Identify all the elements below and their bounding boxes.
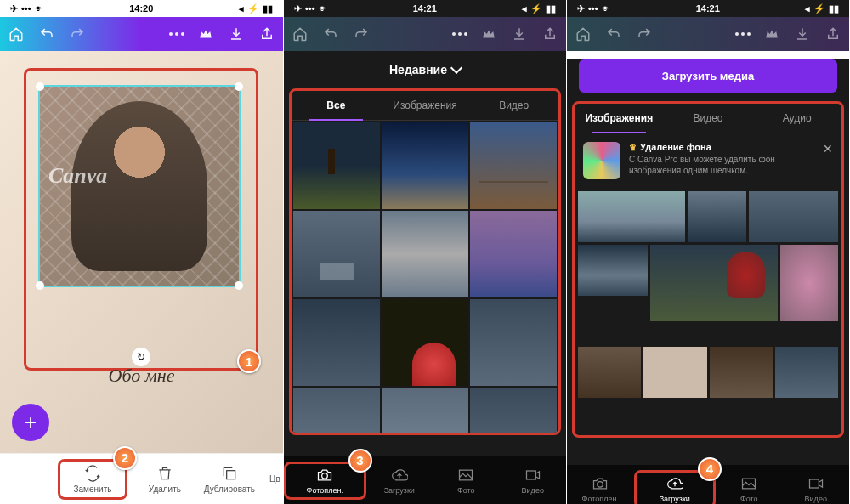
gallery-thumb[interactable] bbox=[643, 347, 706, 398]
gallery-thumb[interactable] bbox=[293, 211, 380, 297]
canvas-caption: Обо мне bbox=[109, 365, 175, 387]
crown-icon: ♛ bbox=[629, 143, 637, 152]
nav-uploads[interactable]: Загрузки bbox=[366, 467, 434, 495]
add-button[interactable]: + bbox=[12, 404, 49, 441]
gallery-thumb[interactable] bbox=[382, 122, 468, 209]
crown-icon[interactable] bbox=[479, 25, 498, 43]
gallery-thumb[interactable] bbox=[293, 122, 380, 209]
top-toolbar bbox=[0, 17, 283, 51]
tab-all[interactable]: Все bbox=[292, 91, 381, 120]
sync-icon: ↻ bbox=[132, 348, 150, 366]
step-badge-4: 4 bbox=[698, 457, 722, 481]
step-badge-1: 1 bbox=[237, 349, 261, 373]
svg-point-1 bbox=[322, 473, 328, 479]
gallery-thumb[interactable] bbox=[710, 347, 773, 398]
svg-point-4 bbox=[598, 481, 604, 487]
gallery-thumb[interactable] bbox=[688, 191, 747, 242]
status-bar: ✈•••ᯤ 14:21 ◂⚡▮▮ bbox=[567, 0, 849, 17]
canvas[interactable]: 1 Canva Обо мне ↻ + bbox=[0, 51, 283, 453]
filter-tabs: Изображения Видео Аудио bbox=[575, 104, 842, 133]
duplicate-button[interactable]: Дублировать bbox=[202, 465, 257, 494]
nav-photos[interactable]: Фото bbox=[716, 475, 783, 503]
gallery-thumb[interactable] bbox=[780, 245, 838, 321]
bottom-toolbar: Заменить 2 Удалить Дублировать Цв bbox=[0, 453, 283, 504]
photo-grid bbox=[292, 121, 558, 435]
gallery-thumb[interactable] bbox=[749, 191, 838, 242]
bottom-nav: Фотоплен. Загрузки 4 Фото Видео bbox=[567, 465, 849, 504]
chevron-down-icon bbox=[450, 62, 462, 74]
photo-placeholder[interactable]: Canva bbox=[38, 85, 241, 287]
undo-icon[interactable] bbox=[604, 25, 623, 43]
color-button[interactable]: Цв bbox=[267, 474, 283, 484]
share-icon[interactable] bbox=[541, 25, 559, 43]
tab-images[interactable]: Изображения bbox=[575, 104, 664, 133]
more-icon[interactable] bbox=[735, 32, 751, 36]
undo-icon[interactable] bbox=[321, 25, 340, 43]
gallery-thumb[interactable] bbox=[382, 211, 468, 297]
home-icon[interactable] bbox=[7, 25, 26, 43]
top-toolbar bbox=[567, 17, 849, 51]
redo-icon[interactable] bbox=[352, 25, 371, 43]
promo-thumb bbox=[583, 142, 620, 179]
screen-camera-roll: ✈•••ᯤ 14:21 ◂⚡▮▮ Недавние Все bbox=[283, 0, 566, 504]
more-icon[interactable] bbox=[452, 32, 468, 36]
svg-rect-6 bbox=[809, 479, 819, 488]
nav-videos[interactable]: Видео bbox=[783, 475, 850, 503]
status-time: 14:20 bbox=[129, 3, 153, 14]
status-bar: ✈•••ᯤ 14:20 ◂⚡▮▮ bbox=[0, 0, 283, 17]
tab-video[interactable]: Видео bbox=[664, 104, 753, 133]
highlight-box: Изображения Видео Аудио ♛Удаление фона С… bbox=[572, 101, 844, 438]
nav-photos[interactable]: Фото bbox=[433, 467, 500, 495]
download-icon[interactable] bbox=[793, 25, 812, 43]
redo-icon[interactable] bbox=[68, 25, 87, 43]
replace-button[interactable]: Заменить 2 bbox=[58, 459, 128, 500]
svg-rect-0 bbox=[227, 470, 235, 479]
crown-icon[interactable] bbox=[762, 25, 781, 43]
bottom-nav: Фотоплен. 3 Загрузки Фото Видео bbox=[284, 456, 566, 504]
screen-uploads: ✈•••ᯤ 14:21 ◂⚡▮▮ Загрузить медиа Изображ… bbox=[566, 0, 849, 504]
gallery-thumb[interactable] bbox=[578, 347, 641, 398]
gallery-thumb[interactable] bbox=[578, 191, 685, 242]
close-icon[interactable]: ✕ bbox=[823, 142, 833, 156]
gallery-thumb[interactable] bbox=[578, 245, 648, 296]
status-bar: ✈•••ᯤ 14:21 ◂⚡▮▮ bbox=[284, 0, 566, 17]
nav-uploads[interactable]: Загрузки 4 bbox=[634, 470, 717, 505]
gallery-thumb[interactable] bbox=[470, 122, 557, 209]
share-icon[interactable] bbox=[824, 25, 842, 43]
nav-camera-roll[interactable]: Фотоплен. 3 bbox=[284, 462, 366, 500]
more-icon[interactable] bbox=[169, 32, 184, 36]
gallery-thumb[interactable] bbox=[293, 299, 380, 386]
redo-icon[interactable] bbox=[635, 25, 654, 43]
highlight-box: Все Изображения Видео bbox=[289, 88, 561, 435]
gallery-thumb[interactable] bbox=[470, 299, 557, 386]
home-icon[interactable] bbox=[291, 25, 309, 43]
download-icon[interactable] bbox=[510, 25, 529, 43]
gallery-thumb[interactable] bbox=[293, 388, 380, 435]
crown-icon[interactable] bbox=[196, 25, 215, 43]
nav-camera-roll[interactable]: Фотоплен. bbox=[567, 475, 634, 503]
tab-video[interactable]: Видео bbox=[469, 91, 558, 120]
share-icon[interactable] bbox=[258, 25, 276, 43]
filter-tabs: Все Изображения Видео bbox=[292, 91, 558, 121]
home-icon[interactable] bbox=[574, 25, 592, 43]
step-badge-2: 2 bbox=[113, 446, 137, 470]
recent-dropdown[interactable]: Недавние bbox=[284, 51, 566, 88]
gallery-thumb[interactable] bbox=[470, 388, 557, 435]
screen-editor: ✈•••ᯤ 14:20 ◂⚡▮▮ 1 Canva bbox=[0, 0, 283, 504]
upload-media-button[interactable]: Загрузить медиа bbox=[579, 59, 837, 93]
gallery-thumb[interactable] bbox=[382, 299, 468, 386]
gallery-thumb[interactable] bbox=[775, 347, 838, 398]
svg-rect-3 bbox=[526, 471, 536, 479]
nav-videos[interactable]: Видео bbox=[500, 467, 567, 495]
gallery-thumb[interactable] bbox=[650, 245, 778, 321]
tab-images[interactable]: Изображения bbox=[381, 91, 470, 120]
undo-icon[interactable] bbox=[37, 25, 56, 43]
uploads-grid bbox=[575, 188, 842, 404]
gallery-thumb[interactable] bbox=[382, 388, 468, 435]
gallery-thumb[interactable] bbox=[470, 211, 557, 297]
bg-remover-promo[interactable]: ♛Удаление фона С Canva Pro вы можете уда… bbox=[575, 133, 842, 188]
download-icon[interactable] bbox=[227, 25, 246, 43]
tab-audio[interactable]: Аудио bbox=[752, 104, 842, 133]
status-time: 14:21 bbox=[696, 3, 720, 14]
delete-button[interactable]: Удалить bbox=[138, 465, 192, 494]
